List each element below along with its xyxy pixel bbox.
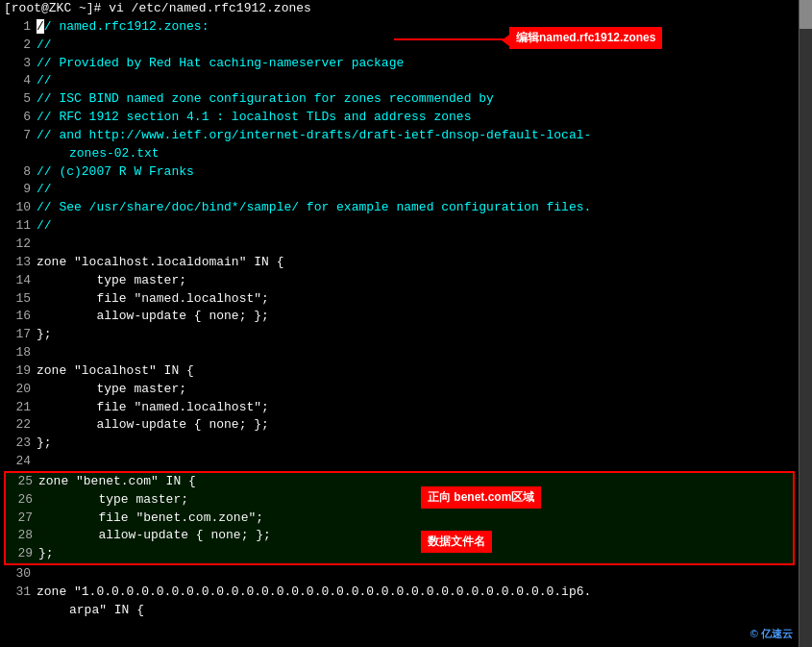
line-7: 7 // and http://www.ietf.org/internet-dr…: [4, 127, 795, 145]
line-4: 4 //: [4, 72, 795, 90]
line-12: 12: [4, 236, 795, 254]
annotation-label-forward: 正向 benet.com区域: [421, 486, 541, 509]
scrollbar[interactable]: [799, 0, 812, 647]
terminal: [root@ZKC ~]# vi /etc/named.rfc1912.zone…: [0, 0, 812, 647]
arrowhead-edit-file: [502, 35, 509, 46]
line-7-cont: zones-02.txt: [4, 145, 795, 163]
line-21: 21 file "named.localhost";: [4, 399, 795, 417]
line-17: 17 };: [4, 326, 795, 344]
line-23: 23 };: [4, 435, 795, 453]
annotation-label-edit: 编辑named.rfc1912.zones: [509, 27, 662, 49]
line-14: 14 type master;: [4, 272, 795, 290]
line-15: 15 file "named.localhost";: [4, 290, 795, 309]
line-6: 6 // RFC 1912 section 4.1 : localhost TL…: [4, 109, 795, 127]
line-27: 27 file "benet.com.zone";: [6, 510, 793, 528]
annotation-forward-zone: 正向 benet.com区域: [421, 496, 479, 498]
line-29: 29 };: [6, 545, 793, 563]
line-25: 25 zone "benet.com" IN {: [6, 473, 793, 491]
line-11: 11 //: [4, 217, 795, 236]
arrow-edit-file: [394, 38, 509, 40]
line-5: 5 // ISC BIND named zone configuration f…: [4, 90, 795, 109]
line-9: 9 //: [4, 181, 795, 199]
line-28: 28 allow-update { none; };: [6, 527, 793, 545]
annotation-data-filename: 数据文件名: [421, 540, 479, 542]
annotation-label-datafile: 数据文件名: [421, 531, 492, 553]
line-31-cont: arpa" IN {: [4, 602, 795, 620]
terminal-content: [root@ZKC ~]# vi /etc/named.rfc1912.zone…: [0, 0, 812, 620]
line-26: 26 type master;: [6, 491, 793, 510]
line-10: 10 // See /usr/share/doc/bind*/sample/ f…: [4, 199, 795, 217]
line-18: 18: [4, 344, 795, 362]
line-20: 20 type master;: [4, 381, 795, 399]
line-16: 16 allow-update { none; };: [4, 308, 795, 326]
line-22: 22 allow-update { none; };: [4, 416, 795, 435]
scrollbar-thumb[interactable]: [800, 0, 812, 29]
line-8: 8 // (c)2007 R W Franks: [4, 163, 795, 182]
line-31: 31 zone "1.0.0.0.0.0.0.0.0.0.0.0.0.0.0.0…: [4, 584, 795, 602]
highlight-block: 25 zone "benet.com" IN { 26 type master;…: [4, 471, 795, 565]
command-line: [root@ZKC ~]# vi /etc/named.rfc1912.zone…: [4, 0, 795, 18]
watermark: © 亿速云: [750, 627, 793, 641]
line-1: 1 // named.rfc1912.zones:: [4, 18, 795, 37]
line-30: 30: [4, 565, 795, 584]
cursor: /: [37, 19, 44, 34]
line-19: 19 zone "localhost" IN {: [4, 362, 795, 381]
line-3: 3 // Provided by Red Hat caching-nameser…: [4, 55, 795, 73]
line-13: 13 zone "localhost.localdomain" IN {: [4, 254, 795, 272]
line-24: 24: [4, 453, 795, 471]
